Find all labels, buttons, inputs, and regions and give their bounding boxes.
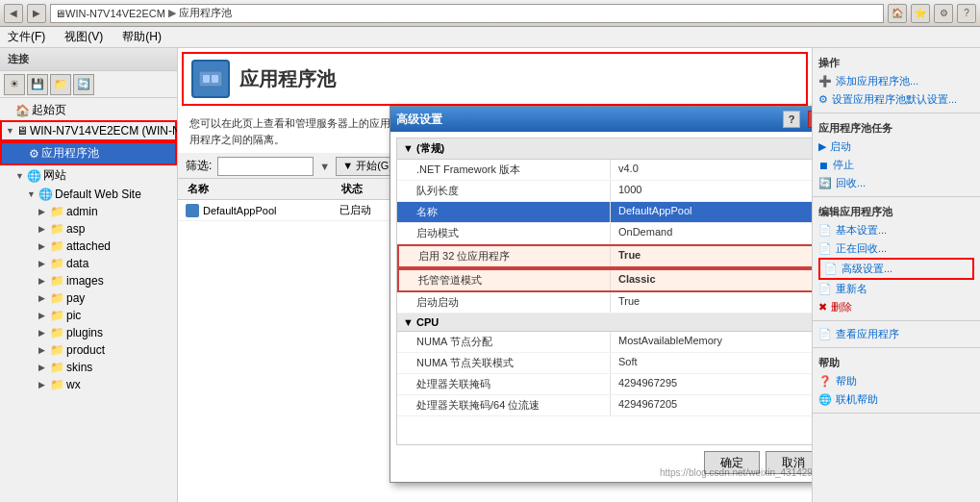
right-action-rename[interactable]: 📄 重新名 — [818, 280, 974, 298]
sidebar-label-data: data — [66, 257, 88, 270]
right-action-recycle[interactable]: 🔄 回收... — [818, 174, 974, 192]
main-container: 连接 ☀ 💾 📁 🔄 🏠 起始页 ▼ 🖥 WIN-N7V14VE2ECM (WI… — [0, 48, 980, 502]
stop-icon: ⏹ — [818, 160, 829, 171]
right-action-pool-defaults[interactable]: ⚙ 设置应用程序池默认设置... — [818, 90, 974, 109]
filter-label: 筛选: — [186, 158, 212, 174]
dialog-row-cpu-mask[interactable]: 处理器关联掩码 4294967295 — [397, 374, 812, 395]
sidebar-btn-folder[interactable]: 📁 — [50, 74, 71, 95]
dialog-row-startmode[interactable]: 启动模式 OnDemand — [397, 223, 812, 244]
sidebar-title-label: 连接 — [8, 52, 29, 66]
right-action-recycling[interactable]: 📄 正在回收... — [818, 239, 974, 258]
server-icon: 🖥 — [16, 124, 28, 138]
right-action-delete[interactable]: ✖ 删除 — [818, 298, 974, 316]
right-section-view: 📄 查看应用程序 — [813, 321, 980, 348]
expand-icon-pic: ▶ — [38, 311, 48, 320]
dialog-value-autostart: True — [611, 292, 812, 313]
dialog-section-cpu[interactable]: ▼ CPU — [397, 314, 812, 332]
add-pool-icon: ➕ — [818, 75, 832, 88]
dialog-body: ▼ (常规) .NET Framework 版本 v4.0 队列长度 1000 … — [390, 132, 812, 482]
right-section-help-title: 帮助 — [818, 352, 974, 372]
dialog-row-pipeline[interactable]: 托管管道模式 Classic — [397, 268, 812, 292]
dialog-row-autostart[interactable]: 启动启动 True — [397, 292, 812, 314]
recycle-icon: 🔄 — [818, 177, 832, 189]
menu-help[interactable]: 帮助(H) — [118, 27, 165, 47]
dialog-row-numa-dist[interactable]: NUMA 节点分配 MostAvailableMemory — [397, 332, 812, 353]
sidebar-item-data[interactable]: ▶ 📁 data — [0, 255, 177, 272]
dialog-row-netfra[interactable]: .NET Framework 版本 v4.0 — [397, 160, 812, 181]
pool-defaults-label: 设置应用程序池默认设置... — [832, 92, 957, 107]
expand-icon-product: ▶ — [38, 345, 48, 355]
sidebar-item-attached[interactable]: ▶ 📁 attached — [0, 238, 177, 255]
sidebar-label-attached: attached — [66, 239, 111, 253]
dialog-close-btn[interactable]: ✕ — [808, 111, 812, 128]
apppool-icon: ⚙ — [29, 147, 39, 161]
sidebar-item-product[interactable]: ▶ 📁 product — [0, 341, 177, 359]
content-header: 应用程序池 — [182, 52, 808, 106]
content-icon — [191, 60, 230, 98]
nav-forward-btn[interactable]: ▶ — [27, 4, 46, 23]
menu-file[interactable]: 文件(F) — [4, 27, 49, 47]
dialog-row-queue[interactable]: 队列长度 1000 — [397, 181, 812, 202]
right-action-add-pool[interactable]: ➕ 添加应用程序池... — [818, 72, 974, 90]
home-btn[interactable]: 🏠 — [888, 4, 907, 23]
sidebar-item-sites[interactable]: ▼ 🌐 网站 — [0, 165, 177, 186]
dialog-row-name[interactable]: 名称 DefaultAppPool — [397, 202, 812, 223]
sidebar-item-pic[interactable]: ▶ 📁 pic — [0, 307, 177, 324]
dialog-row-numa-affin[interactable]: NUMA 节点关联模式 Soft — [397, 353, 812, 374]
apppool-header-icon — [197, 65, 224, 92]
expand-icon-admin: ▶ — [38, 207, 48, 216]
expand-icon-images: ▶ — [38, 276, 48, 286]
rename-label: 重新名 — [836, 282, 867, 296]
sidebar-item-server[interactable]: ▼ 🖥 WIN-N7V14VE2ECM (WIN-N7... — [0, 120, 177, 141]
right-action-online-help[interactable]: 🌐 联机帮助 — [818, 390, 974, 409]
dialog-row-cpu-mask64[interactable]: 处理器关联掩码/64 位流速 4294967205 — [397, 395, 812, 416]
sidebar-btn-refresh[interactable]: 🔄 — [73, 74, 94, 95]
right-action-basic[interactable]: 📄 基本设置... — [818, 221, 974, 239]
sidebar-item-defaultsite[interactable]: ▼ 🌐 Default Web Site — [0, 186, 177, 203]
content-title: 应用程序池 — [239, 66, 336, 92]
row-name: DefaultAppPool — [186, 204, 339, 217]
right-action-start[interactable]: ▶ 启动 — [818, 138, 974, 156]
data-icon: 📁 — [50, 257, 64, 270]
expand-icon-plugins: ▶ — [38, 328, 48, 338]
sidebar-label-images: images — [66, 274, 104, 288]
watermark: https://blog.csdn.net/weixin_43142980 — [660, 467, 812, 478]
right-action-help[interactable]: ❓ 帮助 — [818, 372, 974, 390]
star-btn[interactable]: ⭐ — [911, 4, 930, 23]
dialog-row-enable32[interactable]: 启用 32 位应用程序 True — [397, 244, 812, 268]
dialog-value-numa-dist: MostAvailableMemory — [611, 332, 812, 352]
dialog-help-btn[interactable]: ? — [783, 111, 800, 128]
right-action-view-apps[interactable]: 📄 查看应用程序 — [818, 325, 974, 343]
sidebar-item-wx[interactable]: ▶ 📁 wx — [0, 376, 177, 393]
dialog-section-general[interactable]: ▼ (常规) — [397, 138, 812, 160]
sidebar-item-skins[interactable]: ▶ 📁 skins — [0, 359, 177, 376]
dialog-value-enable32: True — [611, 246, 812, 266]
address-bar: 🖥 WIN-N7V14VE2ECM ▶ 应用程序池 — [50, 4, 884, 23]
sidebar-btn-sun[interactable]: ☀ — [4, 74, 25, 95]
filter-input[interactable] — [217, 157, 314, 176]
sidebar-item-asp[interactable]: ▶ 📁 asp — [0, 220, 177, 238]
sidebar-item-pay[interactable]: ▶ 📁 pay — [0, 289, 177, 307]
delete-icon: ✖ — [818, 301, 827, 314]
sidebar-item-images[interactable]: ▶ 📁 images — [0, 272, 177, 289]
svg-rect-1 — [203, 75, 210, 83]
sidebar-item-plugins[interactable]: ▶ 📁 plugins — [0, 324, 177, 341]
sidebar-btn-save[interactable]: 💾 — [27, 74, 48, 95]
sidebar-item-home[interactable]: 🏠 起始页 — [0, 100, 177, 120]
right-section-operations-title: 操作 — [818, 52, 974, 72]
sidebar-label-admin: admin — [66, 205, 98, 218]
right-action-advanced[interactable]: 📄 高级设置... — [818, 258, 974, 280]
right-action-stop[interactable]: ⏹ 停止 — [818, 156, 974, 174]
expand-icon-asp: ▶ — [38, 224, 48, 234]
help-btn-top[interactable]: ? — [957, 4, 976, 23]
sidebar-item-apppool[interactable]: ⚙ 应用程序池 — [0, 141, 177, 165]
sidebar-item-admin[interactable]: ▶ 📁 admin — [0, 203, 177, 220]
nav-back-btn[interactable]: ◀ — [4, 4, 23, 23]
menu-view[interactable]: 视图(V) — [61, 27, 107, 47]
recycling-icon: 📄 — [818, 242, 832, 255]
gear-btn[interactable]: ⚙ — [934, 4, 953, 23]
col-name: 名称 — [186, 182, 339, 196]
sidebar-label-skins: skins — [66, 361, 92, 374]
right-section-edit-title: 编辑应用程序池 — [818, 201, 974, 221]
sidebar-label-plugins: plugins — [66, 326, 103, 339]
